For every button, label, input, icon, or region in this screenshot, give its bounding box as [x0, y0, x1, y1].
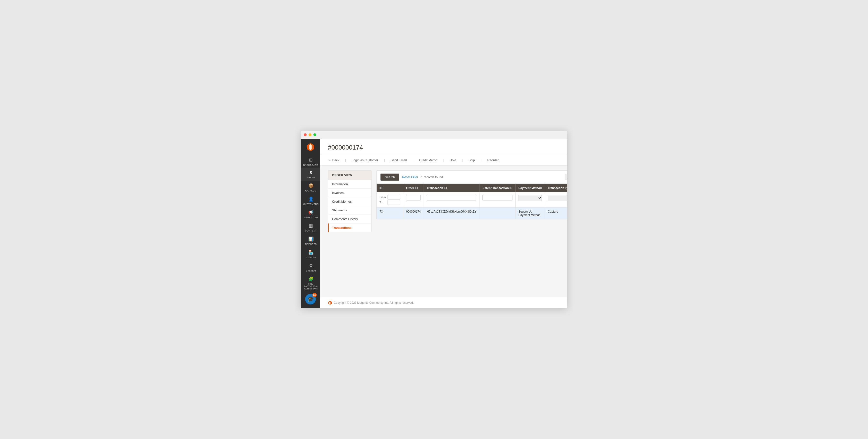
stores-icon: 🏪: [308, 250, 314, 255]
filter-row: From To: [377, 192, 567, 207]
reports-icon: 📊: [308, 236, 314, 242]
sidebar-item-label: CATALOG: [305, 189, 316, 192]
sidebar-item-marketing[interactable]: 📢 MARKETING: [301, 207, 320, 221]
filter-id: From To: [377, 192, 403, 207]
sidebar-item-label: DASHBOARD: [303, 164, 318, 166]
per-page-dropdown[interactable]: 20: [565, 174, 567, 180]
pagination-controls: 20 per page ‹ of 1 ›: [565, 174, 567, 180]
col-header-payment-method: Payment Method: [516, 184, 545, 192]
sidebar-item-find-partners[interactable]: 🧩 FIND PARTNERS & EXTENSIONS: [301, 274, 320, 292]
magento-logo-icon: [306, 143, 315, 152]
page-footer: Copyright © 2023 Magento Commerce Inc. A…: [320, 297, 567, 308]
records-found: 1 records found: [421, 175, 443, 179]
sidebar-item-label: STORES: [306, 256, 316, 259]
browser-maximize[interactable]: [313, 133, 316, 136]
table-row[interactable]: 73 000000174 H7ezPx2T3XZJyidGkHpmGMX3I6c…: [377, 207, 567, 219]
browser-minimize[interactable]: [309, 133, 311, 136]
nav-item-information[interactable]: Information: [328, 180, 371, 188]
badge-count: 66: [312, 293, 317, 297]
browser-close[interactable]: [304, 133, 307, 136]
sidebar-item-label: MARKETING: [304, 216, 318, 218]
nav-item-credit-memos[interactable]: Credit Memos: [328, 197, 371, 206]
nav-item-invoices[interactable]: Invoices: [328, 188, 371, 197]
footer-logo: Copyright © 2023 Magento Commerce Inc. A…: [328, 300, 414, 305]
separator: |: [384, 158, 384, 162]
filter-transaction-id: [424, 192, 479, 207]
sidebar-item-label: FIND PARTNERS & EXTENSIONS: [303, 283, 319, 290]
payment-method-filter-select[interactable]: [519, 195, 542, 201]
cell-payment-method: Square Up Payment Method: [516, 207, 545, 219]
sidebar-item-system[interactable]: ⚙ SYSTEM: [301, 261, 320, 274]
separator: |: [481, 158, 482, 162]
customers-icon: 👤: [308, 196, 314, 202]
catalog-icon: 📦: [308, 183, 314, 188]
hold-button[interactable]: Hold: [450, 158, 456, 162]
content-icon: ▦: [309, 223, 313, 228]
transactions-table: ID Order ID Transaction ID Parent Transa…: [376, 184, 567, 220]
grid-controls: Search Reset Filter 1 records found 20: [376, 170, 567, 184]
cell-order-id: 000000174: [403, 207, 424, 219]
separator: |: [412, 158, 413, 162]
order-content: Search Reset Filter 1 records found 20: [376, 170, 567, 292]
filter-order-id: [403, 192, 424, 207]
nav-item-comments-history[interactable]: Comments History: [328, 215, 371, 224]
search-button[interactable]: Search: [380, 174, 399, 181]
cell-parent-transaction-id: [479, 207, 516, 219]
filter-payment-method: [516, 192, 545, 207]
sidebar-item-dashboard[interactable]: ⊞ DASHBOARD: [301, 155, 320, 168]
parent-transaction-id-filter-input[interactable]: [483, 195, 512, 201]
col-header-transaction-id: Transaction ID: [424, 184, 479, 192]
sidebar-item-catalog[interactable]: 📦 CATALOG: [301, 181, 320, 194]
order-nav-title: ORDER VIEW: [328, 171, 371, 180]
credit-memo-button[interactable]: Credit Memo: [419, 158, 437, 162]
page-title: #000000174: [328, 144, 363, 151]
cell-transaction-type: Capture: [545, 207, 567, 219]
sidebar-item-sales[interactable]: $ SALES: [301, 168, 320, 181]
order-id-filter-input[interactable]: [406, 195, 421, 201]
sidebar: ⊞ DASHBOARD $ SALES 📦 CATALOG 👤 CUSTOMER…: [301, 139, 320, 309]
sidebar-item-label: CONTENT: [305, 229, 317, 232]
top-header: #000000174 🔍 🔔 👤 admin ▾: [320, 139, 567, 155]
extensions-badge[interactable]: 🎓 66: [301, 292, 320, 306]
id-from-label: From: [379, 196, 387, 199]
marketing-icon: 📢: [308, 210, 314, 215]
system-icon: ⚙: [309, 263, 313, 268]
reset-filter-button[interactable]: Reset Filter: [402, 175, 418, 179]
id-to-input[interactable]: [388, 200, 400, 205]
sidebar-item-stores[interactable]: 🏪 STORES: [301, 247, 320, 261]
id-to-label: To: [379, 201, 387, 204]
sidebar-item-label: REPORTS: [305, 243, 317, 245]
table-header-row: ID Order ID Transaction ID Parent Transa…: [377, 184, 567, 192]
filter-parent-transaction-id: [479, 192, 516, 207]
sidebar-item-label: SALES: [307, 176, 315, 179]
sidebar-logo: [301, 139, 320, 155]
separator: |: [462, 158, 463, 162]
sidebar-item-label: SYSTEM: [306, 269, 316, 272]
nav-item-transactions[interactable]: Transactions: [328, 224, 371, 232]
transaction-id-filter-input[interactable]: [427, 195, 476, 201]
col-header-transaction-type: Transaction Type: [545, 184, 567, 192]
cell-id: 73: [377, 207, 403, 219]
login-as-customer-button[interactable]: Login as Customer: [352, 158, 378, 162]
main-content: #000000174 🔍 🔔 👤 admin ▾ ← Back |: [320, 139, 567, 309]
sales-icon: $: [310, 171, 312, 175]
sidebar-item-content[interactable]: ▦ CONTENT: [301, 221, 320, 234]
action-bar: ← Back | Login as Customer | Send Email …: [320, 155, 567, 166]
dashboard-icon: ⊞: [309, 157, 313, 163]
sidebar-item-customers[interactable]: 👤 CUSTOMERS: [301, 194, 320, 207]
send-email-button[interactable]: Send Email: [391, 158, 407, 162]
id-from-input[interactable]: [388, 195, 400, 200]
footer-magento-icon: [328, 300, 332, 305]
sidebar-item-reports[interactable]: 📊 REPORTS: [301, 234, 320, 247]
order-nav: ORDER VIEW Information Invoices Credit M…: [328, 170, 372, 232]
separator: |: [345, 158, 346, 162]
ship-button[interactable]: Ship: [469, 158, 475, 162]
nav-item-shipments[interactable]: Shipments: [328, 206, 371, 215]
transaction-type-filter-select[interactable]: [548, 195, 567, 201]
find-partners-icon: 🧩: [308, 276, 314, 282]
footer-copyright: Copyright © 2023 Magento Commerce Inc. A…: [334, 301, 414, 304]
back-arrow-icon: ←: [328, 158, 331, 162]
reorder-button[interactable]: Reorder: [487, 158, 499, 162]
back-button[interactable]: ← Back: [328, 158, 339, 162]
per-page-select[interactable]: 20 per page: [565, 174, 567, 180]
